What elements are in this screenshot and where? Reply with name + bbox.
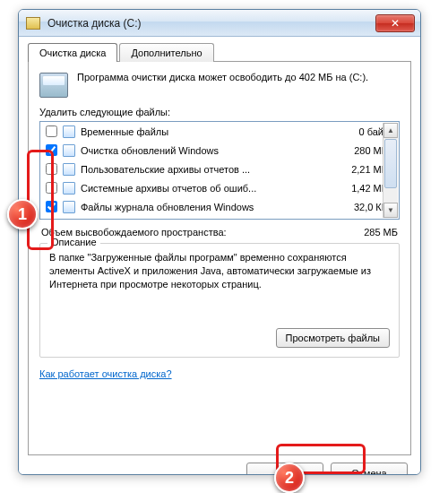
info-text: Программа очистки диска может освободить…	[77, 71, 400, 98]
dialog-buttons: ОК Отмена	[28, 455, 411, 475]
close-button[interactable]: ✕	[375, 14, 415, 32]
file-checkbox[interactable]	[46, 201, 57, 212]
tab-strip: Очистка диска Дополнительно	[28, 42, 411, 61]
client-area: Очистка диска Дополнительно Программа оч…	[19, 37, 420, 474]
file-list[interactable]: Временные файлы 0 байт Очистка обновлени…	[39, 121, 400, 220]
description-text: В папке "Загруженные файлы программ" вре…	[49, 251, 390, 291]
list-item[interactable]: Системные архивы отчетов об ошиб... 1,42…	[40, 178, 399, 197]
scroll-thumb[interactable]	[384, 139, 397, 188]
file-icon	[63, 201, 75, 213]
file-name: Файлы журнала обновления Windows	[81, 202, 354, 212]
tab-panel: Программа очистки диска может освободить…	[28, 61, 411, 455]
scroll-down-button[interactable]: ▼	[383, 203, 398, 218]
file-name: Системные архивы отчетов об ошиб...	[81, 183, 351, 194]
info-row: Программа очистки диска может освободить…	[39, 71, 400, 98]
help-link[interactable]: Как работает очистка диска?	[39, 368, 172, 379]
disk-cleanup-icon	[39, 73, 68, 98]
tab-more-options[interactable]: Дополнительно	[119, 43, 213, 62]
delete-files-label: Удалить следующие файлы:	[39, 107, 400, 117]
titlebar[interactable]: Очистка диска (C:) ✕	[19, 10, 420, 37]
list-item[interactable]: Файлы журнала обновления Windows 32,0 КБ	[40, 197, 399, 216]
file-checkbox[interactable]	[46, 182, 57, 194]
scrollbar[interactable]: ▲ ▼	[383, 123, 398, 218]
view-files-button[interactable]: Просмотреть файлы	[276, 328, 390, 348]
file-checkbox[interactable]	[46, 125, 57, 137]
close-icon: ✕	[391, 17, 400, 30]
list-item[interactable]: Пользовательские архивы отчетов ... 2,21…	[40, 160, 399, 178]
file-name: Временные файлы	[81, 126, 358, 137]
cancel-button[interactable]: Отмена	[331, 463, 408, 475]
scroll-up-button[interactable]: ▲	[383, 123, 398, 138]
total-value: 285 МБ	[364, 227, 398, 238]
file-icon	[63, 144, 75, 157]
file-name: Пользовательские архивы отчетов ...	[81, 164, 351, 175]
dialog-window: Очистка диска (C:) ✕ Очистка диска Допол…	[18, 9, 421, 475]
file-icon	[63, 163, 75, 176]
window-title: Очистка диска (C:)	[47, 17, 375, 30]
list-item[interactable]: Очистка обновлений Windows 280 МБ	[40, 141, 399, 160]
file-icon	[63, 182, 75, 195]
drive-icon	[26, 17, 40, 30]
tab-cleanup[interactable]: Очистка диска	[28, 43, 117, 62]
file-icon	[63, 125, 75, 138]
annotation-badge: 2	[274, 463, 305, 493]
description-group: Описание В папке "Загруженные файлы прог…	[39, 243, 400, 358]
annotation-badge: 1	[7, 199, 38, 229]
file-name: Очистка обновлений Windows	[81, 145, 354, 156]
group-legend: Описание	[47, 237, 100, 247]
list-item[interactable]: Временные файлы 0 байт	[40, 122, 399, 141]
file-checkbox[interactable]	[46, 144, 57, 156]
file-checkbox[interactable]	[46, 163, 57, 175]
